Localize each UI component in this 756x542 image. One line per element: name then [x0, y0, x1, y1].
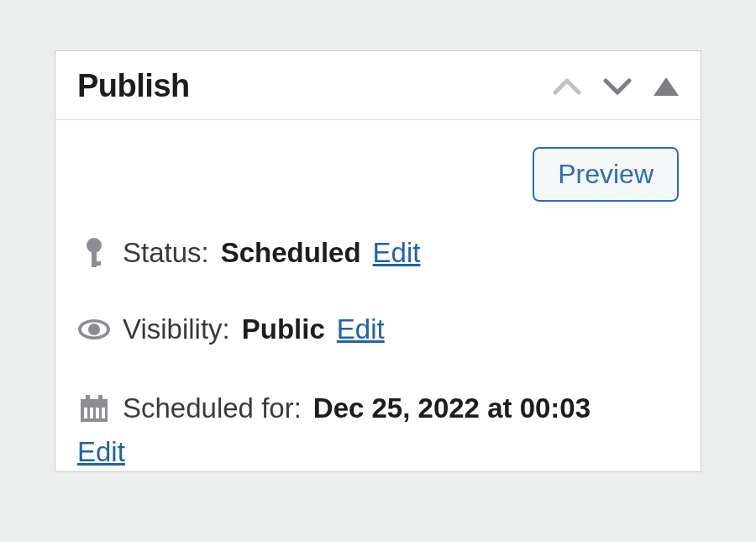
- status-label: Status:: [123, 235, 209, 271]
- visibility-value: Public: [242, 312, 325, 348]
- svg-rect-10: [102, 408, 105, 418]
- svg-rect-7: [84, 408, 87, 418]
- svg-point-5: [88, 324, 100, 335]
- visibility-row: Visibility: Public Edit: [77, 312, 679, 348]
- svg-rect-11: [86, 395, 90, 402]
- key-icon: [77, 236, 111, 270]
- visibility-edit-link[interactable]: Edit: [337, 312, 385, 348]
- preview-row: Preview: [77, 120, 679, 235]
- visibility-label: Visibility:: [123, 312, 230, 348]
- preview-button[interactable]: Preview: [533, 147, 679, 202]
- svg-rect-12: [98, 395, 102, 402]
- panel-header-controls: [553, 77, 679, 96]
- status-row: Status: Scheduled Edit: [77, 235, 679, 271]
- schedule-row: Scheduled for: Dec 25, 2022 at 00:03 Edi…: [77, 388, 679, 472]
- collapse-toggle-icon[interactable]: [654, 77, 679, 96]
- publish-panel: Publish Preview: [55, 50, 701, 472]
- panel-body: Preview Status: Scheduled Edit: [55, 120, 701, 471]
- schedule-edit-link[interactable]: Edit: [77, 432, 679, 472]
- svg-rect-9: [96, 408, 99, 418]
- schedule-value: Dec 25, 2022 at 00:03: [313, 388, 591, 429]
- move-down-icon[interactable]: [603, 77, 632, 96]
- svg-rect-2: [92, 261, 101, 266]
- svg-rect-8: [90, 408, 93, 418]
- status-edit-link[interactable]: Edit: [373, 235, 421, 271]
- eye-icon: [77, 318, 111, 340]
- schedule-label: Scheduled for:: [123, 388, 302, 429]
- panel-title: Publish: [77, 68, 190, 104]
- status-value: Scheduled: [221, 235, 361, 271]
- calendar-icon: [77, 393, 111, 424]
- panel-header: Publish: [55, 51, 701, 120]
- move-up-icon[interactable]: [553, 77, 581, 96]
